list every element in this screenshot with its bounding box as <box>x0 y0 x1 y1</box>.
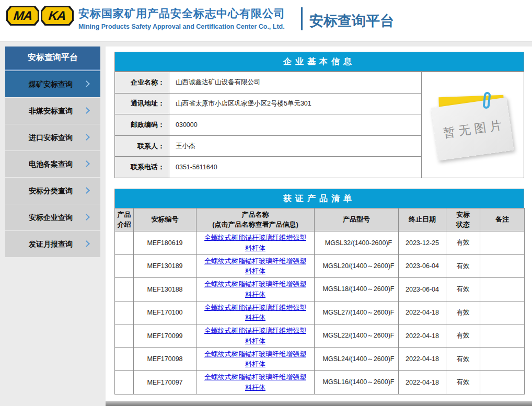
product-model: MGSL27/(1400～2600)F <box>315 301 399 324</box>
sidebar-item-battery-record-query[interactable]: 电池备案查询 <box>5 151 100 177</box>
remark-cell <box>480 371 525 395</box>
address-label: 通讯地址： <box>115 93 169 114</box>
col-status: 安标状态 <box>446 208 480 231</box>
end-date: 2022-04-18 <box>399 347 446 371</box>
product-model: MGSL18/(1400～2600)F <box>315 278 399 301</box>
product-intro-cell <box>115 278 134 301</box>
sidebar-header: 安标查询平台 <box>5 47 100 71</box>
postal-code-label: 邮政编码： <box>115 114 169 136</box>
sidebar-nav: 安标查询平台 煤矿安标查询 非煤安标查询 进口安标查询 电池备案查询 安标分类查… <box>5 47 100 258</box>
status: 有效 <box>446 347 480 371</box>
end-date: 2023-06-04 <box>399 254 446 278</box>
remark-cell <box>480 301 525 324</box>
sidebar-item-classification-query[interactable]: 安标分类查询 <box>5 178 100 204</box>
col-approval-code: 安标编号 <box>134 208 196 231</box>
approval-code: MEF170097 <box>134 371 196 395</box>
remark-cell <box>480 231 525 255</box>
product-model: MGSL32/(1400-2600)F <box>315 231 399 255</box>
sidebar-item-monthly-report-query[interactable]: 发证月报查询 <box>5 231 100 257</box>
col-end-date: 终止日期 <box>399 208 446 231</box>
approval-code: MEF130188 <box>134 278 196 301</box>
table-row: 联系人： 王小杰 <box>115 135 422 157</box>
product-row: MEF130188 全螺纹式树脂锚杆玻璃纤维增强塑料杆体 MGSL18/(140… <box>115 278 525 301</box>
col-remark: 备注 <box>480 208 525 231</box>
status: 有效 <box>446 254 480 278</box>
sidebar-item-import-query[interactable]: 进口安标查询 <box>5 124 100 150</box>
postal-code-value: 030000 <box>169 114 422 136</box>
sidebar-item-non-coal-query[interactable]: 非煤安标查询 <box>5 98 100 124</box>
remark-cell <box>480 254 525 278</box>
product-row: MEF170098 全螺纹式树脂锚杆玻璃纤维增强塑料杆体 MGSL24/(140… <box>115 347 525 371</box>
product-row: MEF130189 全螺纹式树脂锚杆玻璃纤维增强塑料杆体 MGSL20/(140… <box>115 254 525 278</box>
product-model: MGSL22/(1400～2600)F <box>315 324 399 348</box>
status: 有效 <box>446 301 480 324</box>
phone-value: 0351-5611640 <box>169 157 422 178</box>
chevron-right-icon <box>83 160 90 167</box>
company-info-section: 企业基本信息 企业名称： 山西诚鑫达矿山设备有限公司 通讯地址： 山西省太原市小… <box>114 52 524 178</box>
company-name-label: 企业名称： <box>115 72 169 94</box>
product-name-link[interactable]: 全螺纹式树脂锚杆玻璃纤维增强塑料杆体 <box>204 304 306 322</box>
logo-badge-ma: MA <box>6 6 39 26</box>
remark-cell <box>480 278 525 301</box>
company-info-table: 企业名称： 山西诚鑫达矿山设备有限公司 通讯地址： 山西省太原市小店区巩家堡小区… <box>114 72 422 178</box>
end-date: 2023-12-25 <box>399 231 446 255</box>
product-table: 产品介绍 安标编号 产品名称(点击产品名称查看产品信息) 产品型号 终止日期 安… <box>114 208 525 395</box>
footer-divider-bar <box>106 401 532 406</box>
main-content: 企业基本信息 企业名称： 山西诚鑫达矿山设备有限公司 通讯地址： 山西省太原市小… <box>106 47 532 401</box>
end-date: 2022-04-18 <box>399 324 446 348</box>
product-name-link[interactable]: 全螺纹式树脂锚杆玻璃纤维增强塑料杆体 <box>204 280 306 298</box>
product-intro-cell <box>115 231 134 255</box>
approval-code: MEF170100 <box>134 301 196 324</box>
company-image-box: 暂无图片 <box>422 72 524 178</box>
product-model: MGSL24/(1400～2600)F <box>315 347 399 371</box>
chevron-right-icon <box>83 134 90 141</box>
product-intro-cell <box>115 324 134 348</box>
sidebar-item-coal-mine-query[interactable]: 煤矿安标查询 <box>5 71 100 97</box>
contact-person-value: 王小杰 <box>169 135 422 157</box>
chevron-right-icon <box>83 240 90 247</box>
maka-logo[interactable]: MA KA <box>6 6 74 26</box>
product-name-link[interactable]: 全螺纹式树脂锚杆玻璃纤维增强塑料杆体 <box>204 373 306 391</box>
approval-code: MEF130189 <box>134 254 196 278</box>
product-name-link[interactable]: 全螺纹式树脂锚杆玻璃纤维增强塑料杆体 <box>204 257 306 275</box>
no-image-text: 暂无图片 <box>438 117 506 142</box>
product-intro-cell <box>115 254 134 278</box>
approval-code: MEF180619 <box>134 231 196 255</box>
logo-badge-ka: KA <box>41 6 74 26</box>
org-title-chinese: 安标国家矿用产品安全标志中心有限公司 <box>78 6 285 21</box>
col-product-intro: 产品介绍 <box>115 208 134 231</box>
status: 有效 <box>446 231 480 255</box>
logo-text-ma: MA <box>13 8 32 23</box>
sidebar-item-enterprise-query[interactable]: 安标企业查询 <box>5 204 100 230</box>
product-intro-cell <box>115 301 134 324</box>
product-name-link[interactable]: 全螺纹式树脂锚杆玻璃纤维增强塑料杆体 <box>204 234 306 252</box>
status: 有效 <box>446 278 480 301</box>
table-row: 联系电话： 0351-5611640 <box>115 157 422 178</box>
product-row: MEF170100 全螺纹式树脂锚杆玻璃纤维增强塑料杆体 MGSL27/(140… <box>115 301 525 324</box>
chevron-right-icon <box>83 107 90 114</box>
company-name-value: 山西诚鑫达矿山设备有限公司 <box>169 72 422 94</box>
product-name-link[interactable]: 全螺纹式树脂锚杆玻璃纤维增强塑料杆体 <box>204 350 306 368</box>
product-intro-cell <box>115 371 134 395</box>
product-model: MGSL20/(1400～2600)F <box>315 254 399 278</box>
phone-label: 联系电话： <box>115 157 169 178</box>
table-row: 邮政编码： 030000 <box>115 114 422 136</box>
placeholder-card: 暂无图片 <box>431 97 514 160</box>
table-row: 企业名称： 山西诚鑫达矿山设备有限公司 <box>115 72 422 94</box>
end-date: 2022-04-18 <box>399 301 446 324</box>
product-row: MEF180619 全螺纹式树脂锚杆玻璃纤维增强塑料杆体 MGSL32/(140… <box>115 231 525 255</box>
col-product-name: 产品名称(点击产品名称查看产品信息) <box>196 208 315 231</box>
top-header: MA KA 安标国家矿用产品安全标志中心有限公司 Mining Products… <box>0 0 532 42</box>
product-intro-cell <box>115 347 134 371</box>
no-image-placeholder: 暂无图片 <box>431 91 515 164</box>
end-date: 2022-04-18 <box>399 371 446 395</box>
col-product-model: 产品型号 <box>315 208 399 231</box>
status: 有效 <box>446 371 480 395</box>
product-list-title: 获证产品清单 <box>114 189 524 208</box>
header-divider <box>301 7 303 30</box>
table-row: 通讯地址： 山西省太原市小店区巩家堡小区2号楼5单元301 <box>115 93 422 114</box>
product-name-link[interactable]: 全螺纹式树脂锚杆玻璃纤维增强塑料杆体 <box>204 327 306 345</box>
status: 有效 <box>446 324 480 348</box>
approval-code: MEF170098 <box>134 347 196 371</box>
platform-title: 安标查询平台 <box>309 11 394 30</box>
